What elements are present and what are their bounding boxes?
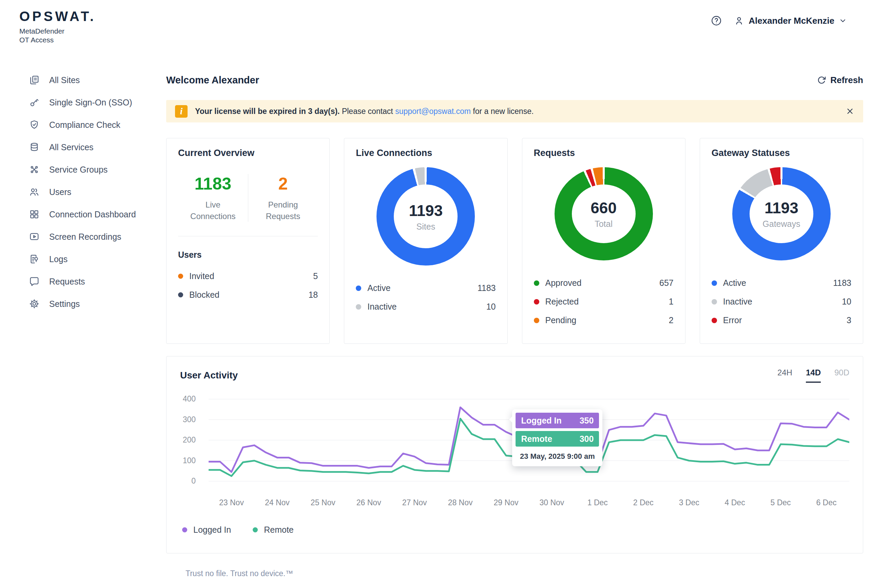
rejected-dot: [534, 299, 539, 305]
sidebar-item-requests[interactable]: Requests: [29, 276, 166, 287]
approved-dot: [534, 280, 539, 286]
x-axis-label: 4 Dec: [712, 498, 758, 507]
sidebar-item-label: All Services: [49, 142, 94, 152]
active-dot: [356, 286, 361, 291]
services-database-icon: [29, 142, 40, 153]
legend-label: Pending: [545, 316, 576, 325]
help-icon[interactable]: [711, 15, 722, 27]
active-dot: [712, 280, 717, 286]
info-icon: i: [175, 105, 187, 118]
legend-item-remote[interactable]: Remote: [253, 525, 294, 535]
sidebar-item-label: Requests: [49, 277, 85, 287]
sidebar-item-connection-dashboard[interactable]: Connection Dashboard: [29, 209, 166, 220]
sidebar-item-label: Service Groups: [49, 165, 108, 175]
banner-post-link: for a new license.: [471, 107, 534, 116]
banner-pre-link: Please contact: [340, 107, 395, 116]
y-axis-label: 200: [180, 435, 201, 444]
legend-value: 3: [847, 316, 852, 325]
requests-card: Requests 660 Total Approved 657: [522, 138, 685, 344]
refresh-label: Refresh: [830, 75, 863, 85]
blocked-dot: [178, 292, 183, 298]
user-icon: [733, 15, 744, 26]
close-icon[interactable]: [846, 107, 855, 116]
invited-dot: [178, 274, 183, 279]
tooltip-label: Logged In: [521, 416, 561, 426]
tooltip-logged-in-row: Logged In 350: [516, 413, 599, 428]
user-activity-card: User Activity 24H 14D 90D 0100200300400 …: [166, 356, 863, 554]
sidebar-item-sso[interactable]: Single Sign-On (SSO): [29, 97, 166, 108]
legend-value: 1183: [833, 278, 852, 288]
sidebar-item-label: Screen Recordings: [49, 232, 121, 242]
legend-label: Inactive: [723, 297, 752, 307]
users-icon: [29, 187, 40, 197]
donut-center-value: 660: [591, 199, 617, 217]
tagline: Trust no file. Trust no device.™: [186, 569, 863, 578]
card-title: Gateway Statuses: [712, 148, 852, 159]
sidebar-item-all-services[interactable]: All Services: [29, 142, 166, 153]
refresh-button[interactable]: Refresh: [817, 75, 863, 85]
pending-requests-stat: 2 Pending Requests: [248, 174, 318, 222]
donut-center-label: Gateways: [762, 219, 800, 229]
sidebar-item-users[interactable]: Users: [29, 187, 166, 197]
tooltip-value: 350: [580, 416, 594, 426]
screen-recordings-icon: [29, 231, 40, 242]
invited-users-row: Invited 5: [178, 271, 318, 281]
gateway-statuses-card: Gateway Statuses 1193 Gateways Active 11…: [700, 138, 863, 344]
sidebar-item-settings[interactable]: Settings: [29, 298, 166, 309]
legend-label: Logged In: [193, 525, 231, 535]
stat-value: 1183: [178, 174, 248, 194]
legend-value: 1183: [477, 283, 496, 293]
tab-14d[interactable]: 14D: [806, 368, 821, 383]
sidebar-item-label: Compliance Check: [49, 120, 120, 130]
legend-row-rejected: Rejected 1: [534, 297, 673, 307]
sidebar-item-label: Connection Dashboard: [49, 209, 136, 219]
x-axis-label: 29 Nov: [483, 498, 529, 507]
sidebar-item-logs[interactable]: Logs: [29, 254, 166, 265]
logo-wordmark: OPSWAT.: [19, 9, 96, 24]
card-title: Requests: [534, 148, 673, 159]
support-email-link[interactable]: support@opswat.com: [395, 107, 471, 116]
sidebar-item-service-groups[interactable]: Service Groups: [29, 164, 166, 175]
legend-value: 1: [669, 297, 673, 307]
tooltip-label: Remote: [521, 434, 552, 444]
legend-label: Error: [723, 316, 742, 325]
users-section-title: Users: [178, 250, 318, 260]
sidebar-item-screen-recordings[interactable]: Screen Recordings: [29, 231, 166, 242]
user-menu[interactable]: Alexander McKenzie: [733, 15, 847, 26]
tooltip-remote-row: Remote 300: [516, 431, 599, 447]
banner-bold-text: Your license will be expired in 3 day(s)…: [195, 107, 340, 116]
gateway-statuses-donut-chart: 1193 Gateways: [732, 167, 831, 260]
logged-in-dot: [182, 527, 187, 533]
chevron-down-icon: [838, 16, 847, 25]
legend-row-approved: Approved 657: [534, 278, 673, 288]
row-value: 18: [308, 290, 318, 300]
pending-dot: [534, 318, 539, 323]
legend-value: 10: [842, 297, 852, 307]
stat-label: Pending Requests: [248, 199, 318, 222]
sidebar: All Sites Single Sign-On (SSO) Complianc…: [0, 45, 166, 321]
legend-value: 10: [486, 302, 496, 312]
x-axis-label: 24 Nov: [254, 498, 300, 507]
tab-90d[interactable]: 90D: [834, 368, 849, 383]
range-tabs: 24H 14D 90D: [777, 368, 849, 383]
sidebar-item-all-sites[interactable]: All Sites: [29, 75, 166, 85]
main-content: Welcome Alexander Refresh i Your license…: [166, 45, 871, 578]
x-axis-label: 23 Nov: [209, 498, 254, 507]
row-label: Invited: [189, 271, 214, 281]
legend-value: 657: [659, 278, 673, 288]
legend-label: Active: [723, 278, 746, 288]
donut-center-value: 1193: [765, 199, 798, 217]
y-axis-label: 300: [180, 415, 201, 424]
tab-24h[interactable]: 24H: [777, 368, 792, 383]
logo-product-line1: MetaDefender: [19, 27, 96, 36]
live-connections-donut-chart: 1193 Sites: [377, 167, 475, 265]
activity-chart-plot[interactable]: Logged In 350 Remote 300 23 May, 2025 9:…: [209, 398, 849, 483]
legend-item-logged-in[interactable]: Logged In: [182, 525, 231, 535]
sidebar-item-compliance-check[interactable]: Compliance Check: [29, 120, 166, 130]
legend-row-pending: Pending 2: [534, 316, 673, 325]
remote-dot: [253, 527, 258, 533]
blocked-users-row: Blocked 18: [178, 290, 318, 300]
y-axis: 0100200300400: [180, 398, 201, 483]
inactive-dot: [356, 304, 361, 310]
page-title: Welcome Alexander: [166, 75, 259, 86]
